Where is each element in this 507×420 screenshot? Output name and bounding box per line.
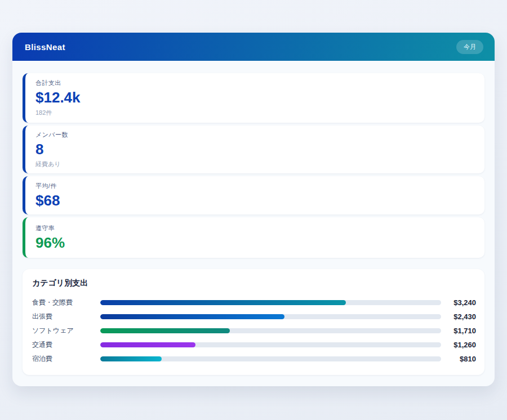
stat-value: 96% — [35, 235, 474, 251]
category-label: 交通費 — [32, 340, 100, 350]
stat-label: メンバー数 — [35, 131, 474, 139]
category-label: ソフトウェア — [32, 326, 100, 336]
category-amount: $3,240 — [441, 298, 476, 307]
stat-label: 合計支出 — [35, 79, 474, 87]
stat-value: $68 — [35, 193, 474, 209]
category-amount: $1,710 — [441, 327, 476, 335]
category-bar-fill — [100, 300, 346, 305]
category-bar-fill — [100, 356, 162, 361]
stat-card-compliance-rate: 遵守率 96% — [23, 217, 484, 258]
stat-sub: 182件 — [35, 109, 474, 117]
category-amount: $2,430 — [441, 312, 476, 321]
period-badge-button[interactable]: 今月 — [456, 40, 483, 54]
category-amount: $1,260 — [441, 341, 476, 349]
dashboard-content: 合計支出 $12.4k 182件 メンバー数 8 経費あり 平均/件 $68 遵… — [12, 61, 495, 375]
category-bar-fill — [100, 342, 195, 347]
stat-card-member-count: メンバー数 8 経費あり — [23, 126, 484, 173]
stat-label: 平均/件 — [35, 182, 474, 190]
stat-card-total-spend: 合計支出 $12.4k 182件 — [23, 73, 484, 123]
app-title: BlissNeat — [25, 42, 65, 52]
category-breakdown-card: カテゴリ別支出 食費・交際費 $3,240 出張費 $2,430 ソフトウェア — [23, 269, 484, 375]
dashboard-container: BlissNeat 今月 合計支出 $12.4k 182件 メンバー数 8 経費… — [12, 33, 495, 386]
category-section-title: カテゴリ別支出 — [32, 278, 476, 288]
stat-card-average-per-item: 平均/件 $68 — [23, 176, 484, 215]
stat-label: 遵守率 — [35, 224, 474, 233]
category-bar-fill — [100, 328, 230, 333]
category-amount: $810 — [441, 355, 476, 363]
app-header: BlissNeat 今月 — [12, 33, 495, 61]
stat-value: $12.4k — [35, 90, 474, 106]
category-label: 食費・交際費 — [32, 298, 100, 307]
stat-sub: 経費あり — [35, 160, 474, 168]
category-label: 出張費 — [32, 312, 100, 321]
category-bar-track — [100, 314, 441, 319]
category-label: 宿泊費 — [32, 354, 100, 364]
category-row-business-trip: 出張費 $2,430 — [32, 310, 476, 324]
category-bar-track — [100, 342, 441, 347]
category-row-food: 食費・交際費 $3,240 — [32, 296, 476, 310]
stat-value: 8 — [35, 141, 474, 158]
category-bar-track — [100, 300, 441, 305]
category-row-transport: 交通費 $1,260 — [32, 338, 476, 352]
category-bar-track — [100, 328, 441, 333]
category-row-software: ソフトウェア $1,710 — [32, 324, 476, 338]
category-bar-fill — [100, 314, 284, 319]
category-row-lodging: 宿泊費 $810 — [32, 352, 476, 366]
category-bar-track — [100, 356, 441, 361]
